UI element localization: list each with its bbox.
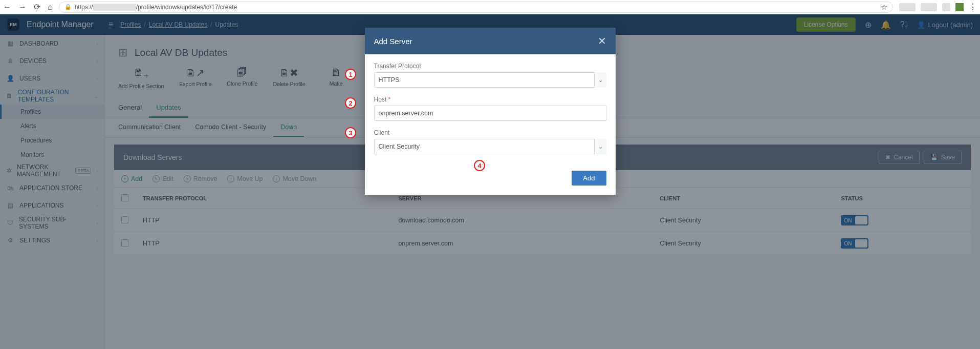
- chevron-down-icon[interactable]: ⌄: [594, 72, 606, 88]
- address-bar[interactable]: 🔒 https:// xxxxxxxxxxxxxx /profile/windo…: [59, 2, 893, 13]
- modal-body: Transfer Protocol HTTPS ⌄ Host * Client …: [365, 54, 616, 166]
- callout-3: 3: [345, 127, 356, 138]
- close-icon[interactable]: ✕: [598, 35, 606, 47]
- select-value: Client Security: [379, 143, 420, 150]
- host-field: Host *: [374, 96, 606, 121]
- transfer-protocol-field: Transfer Protocol HTTPS ⌄: [374, 63, 606, 88]
- host-label: Host *: [374, 96, 606, 103]
- client-select[interactable]: Client Security: [374, 139, 606, 154]
- extension-pill[interactable]: [921, 3, 937, 11]
- browser-menu-icon[interactable]: ⋮: [969, 2, 977, 12]
- select-value: HTTPS: [379, 76, 400, 84]
- forward-icon[interactable]: →: [18, 3, 27, 12]
- browser-bar: ← → ⟳ ⌂ 🔒 https:// xxxxxxxxxxxxxx /profi…: [0, 0, 980, 14]
- callout-4: 4: [474, 160, 485, 171]
- reload-icon[interactable]: ⟳: [34, 2, 40, 12]
- modal-title: Add Server: [374, 37, 412, 46]
- add-server-modal: Add Server ✕ Transfer Protocol HTTPS ⌄ H…: [365, 28, 616, 195]
- url-prefix: https://: [75, 4, 93, 11]
- add-button[interactable]: Add: [572, 171, 606, 186]
- extension-pill[interactable]: [899, 3, 916, 11]
- extension-icon[interactable]: [955, 3, 964, 11]
- callout-2: 2: [345, 97, 356, 109]
- transfer-protocol-label: Transfer Protocol: [374, 63, 606, 70]
- transfer-protocol-select[interactable]: HTTPS: [374, 72, 606, 88]
- host-input[interactable]: [374, 106, 606, 121]
- home-icon[interactable]: ⌂: [48, 3, 53, 12]
- modal-footer: Add: [365, 166, 616, 195]
- back-icon[interactable]: ←: [3, 3, 11, 12]
- browser-extensions: ⋮: [899, 2, 977, 12]
- callout-1: 1: [345, 69, 356, 80]
- url-path: /profile/windows/updates/id/17/create: [136, 4, 237, 11]
- chevron-down-icon[interactable]: ⌄: [594, 139, 606, 154]
- browser-nav: ← → ⟳ ⌂: [3, 2, 53, 12]
- extension-icon[interactable]: [942, 3, 950, 11]
- modal-header: Add Server ✕: [365, 28, 616, 54]
- client-label: Client: [374, 129, 606, 136]
- bookmark-star-icon[interactable]: ☆: [881, 3, 887, 12]
- lock-icon: 🔒: [64, 4, 72, 10]
- url-hidden: xxxxxxxxxxxxxx: [93, 4, 136, 11]
- client-field: Client Client Security ⌄: [374, 129, 606, 154]
